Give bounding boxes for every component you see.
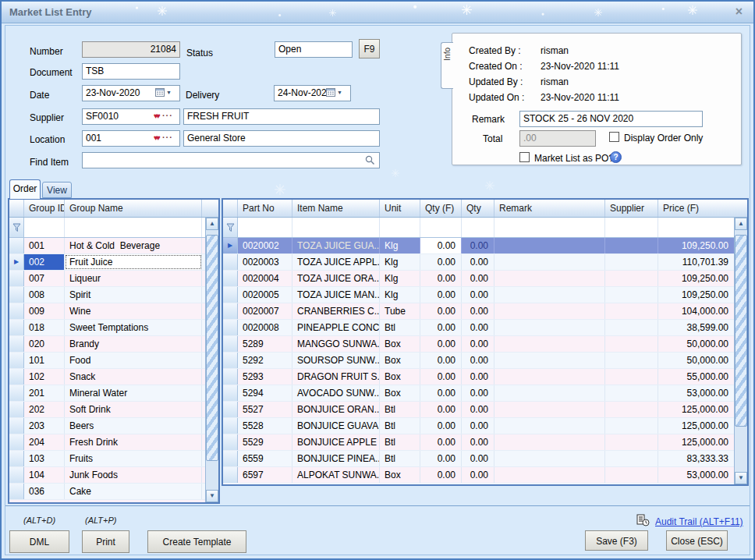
price-f-cell[interactable]: 53,000.00 — [658, 385, 734, 401]
price-f-cell[interactable]: 50,000.00 — [658, 336, 734, 352]
filter-cell[interactable] — [420, 218, 462, 237]
group-filter-row[interactable] — [9, 218, 205, 238]
qty-f-cell[interactable]: 0.00 — [420, 451, 462, 466]
lookup-ellipsis-button[interactable]: ··· — [162, 111, 173, 120]
remark-cell[interactable] — [494, 467, 605, 483]
supplier-cell[interactable] — [605, 303, 658, 319]
item-name-cell[interactable]: MANGGO SUNWA... — [292, 336, 380, 352]
supplier-cell[interactable] — [605, 467, 658, 483]
remark-cell[interactable] — [494, 238, 605, 253]
part-no-cell[interactable]: 6559 — [238, 451, 292, 466]
price-f-cell[interactable]: 109,250.00 — [658, 271, 734, 286]
group-id-cell[interactable]: 101 — [24, 353, 65, 368]
item-row[interactable]: ▶ 6597 ALPOKAT SUNWA... Box 0.00 0.00 53… — [223, 467, 734, 484]
item-filter-row[interactable] — [223, 218, 734, 238]
filter-cell[interactable] — [24, 218, 65, 237]
unit-cell[interactable]: Klg — [380, 254, 420, 270]
group-id-cell[interactable]: 008 — [24, 287, 65, 303]
tab-view[interactable]: View — [42, 182, 72, 198]
part-no-cell[interactable]: 0020003 — [238, 254, 292, 270]
find-item-input[interactable] — [82, 152, 380, 168]
group-row[interactable]: ▶ 102 Snack — [9, 369, 205, 385]
help-icon[interactable]: ? — [610, 151, 622, 163]
unit-cell[interactable]: Box — [380, 369, 420, 385]
qty-cell[interactable]: 0.00 — [462, 385, 494, 401]
scroll-up-arrow-icon[interactable]: ▲ — [206, 218, 218, 230]
group-row[interactable]: ▶ 001 Hot & Cold Beverage — [9, 238, 205, 254]
part-no-cell[interactable]: 0020002 — [238, 238, 292, 253]
remark-cell[interactable] — [494, 336, 605, 352]
group-name-cell[interactable]: Sweet Temptations — [65, 320, 202, 335]
column-header-item-name[interactable]: Item Name — [292, 200, 380, 217]
item-row[interactable]: ▶ 5528 BONJUICE GUAVA... Btl 0.00 0.00 1… — [223, 418, 734, 434]
remark-cell[interactable] — [494, 303, 605, 319]
filter-cell[interactable] — [494, 218, 605, 237]
supplier-cell[interactable] — [605, 369, 658, 385]
unit-cell[interactable]: Box — [380, 467, 420, 483]
unit-cell[interactable]: Btl — [380, 434, 420, 450]
group-row[interactable]: ▶ 104 Junk Foods — [9, 467, 205, 484]
group-id-cell[interactable]: 103 — [24, 451, 65, 466]
remark-cell[interactable] — [494, 434, 605, 450]
remark-cell[interactable] — [494, 271, 605, 286]
qty-f-cell[interactable]: 0.00 — [420, 369, 462, 385]
group-name-cell[interactable]: Liqueur — [65, 271, 202, 286]
item-name-cell[interactable]: BONJUICE APPLE ... — [292, 434, 380, 450]
group-id-cell[interactable]: 009 — [24, 303, 65, 319]
group-name-cell[interactable]: Spirit — [65, 287, 202, 303]
filter-cell[interactable] — [238, 218, 292, 237]
price-f-cell[interactable]: 104,000.00 — [658, 303, 734, 319]
price-f-cell[interactable]: 109,250.00 — [658, 238, 734, 253]
qty-cell[interactable]: 0.00 — [462, 336, 494, 352]
price-f-cell[interactable]: 125,000.00 — [658, 418, 734, 434]
qty-f-cell[interactable]: 0.00 — [420, 353, 462, 368]
qty-f-cell[interactable]: 0.00 — [420, 303, 462, 319]
scroll-up-arrow-icon[interactable]: ▲ — [735, 218, 747, 230]
price-f-cell[interactable]: 109,250.00 — [658, 287, 734, 303]
qty-cell[interactable]: 0.00 — [462, 254, 494, 270]
price-f-cell[interactable]: 38,599.00 — [658, 320, 734, 335]
qty-cell[interactable]: 0.00 — [462, 467, 494, 483]
unit-cell[interactable]: Klg — [380, 271, 420, 286]
unit-cell[interactable]: Box — [380, 336, 420, 352]
group-row[interactable]: ▶ 103 Fruits — [9, 451, 205, 467]
supplier-cell[interactable] — [605, 287, 658, 303]
filter-cell[interactable] — [605, 218, 658, 237]
item-row[interactable]: ▶ 5529 BONJUICE APPLE ... Btl 0.00 0.00 … — [223, 434, 734, 451]
price-f-cell[interactable]: 125,000.00 — [658, 402, 734, 417]
item-name-cell[interactable]: BONJUICE GUAVA... — [292, 418, 380, 434]
scrollbar-thumb[interactable] — [735, 235, 747, 427]
group-id-cell[interactable]: 002 — [24, 254, 65, 270]
item-name-cell[interactable]: TOZA JUICE GUA... — [292, 238, 380, 253]
column-header-part-no[interactable]: Part No — [238, 200, 292, 217]
group-name-cell[interactable]: Junk Foods — [65, 467, 202, 483]
part-no-cell[interactable]: 0020004 — [238, 271, 292, 286]
unit-cell[interactable]: Box — [380, 353, 420, 368]
qty-f-cell[interactable]: 0.00 — [420, 434, 462, 450]
group-row[interactable]: ▶ 036 Cake — [9, 484, 205, 500]
group-name-cell[interactable]: Fruit Juice — [65, 254, 202, 270]
filter-cell[interactable] — [462, 218, 494, 237]
unit-cell[interactable]: Klg — [380, 287, 420, 303]
group-id-cell[interactable]: 020 — [24, 336, 65, 352]
item-row[interactable]: ▶ 5294 AVOCADO SUNW... Box 0.00 0.00 53,… — [223, 385, 734, 402]
item-row[interactable]: ▶ 0020003 TOZA JUICE APPL... Klg 0.00 0.… — [223, 254, 734, 271]
item-name-cell[interactable]: AVOCADO SUNW... — [292, 385, 380, 401]
scroll-down-arrow-icon[interactable]: ▼ — [735, 472, 747, 484]
part-no-cell[interactable]: 5527 — [238, 402, 292, 417]
group-row[interactable]: ▶ 007 Liqueur — [9, 271, 205, 287]
unit-cell[interactable]: Btl — [380, 402, 420, 417]
title-bar[interactable]: Market List Entry × — [2, 2, 753, 23]
close-button[interactable]: Close (ESC) — [666, 530, 728, 551]
qty-cell[interactable]: 0.00 — [462, 353, 494, 368]
supplier-cell[interactable] — [605, 254, 658, 270]
item-name-cell[interactable]: CRANBERRIES C... — [292, 303, 380, 319]
part-no-cell[interactable]: 0020007 — [238, 303, 292, 319]
remark-cell[interactable] — [494, 451, 605, 466]
part-no-cell[interactable]: 5293 — [238, 369, 292, 385]
part-no-cell[interactable]: 5528 — [238, 418, 292, 434]
supplier-cell[interactable] — [605, 451, 658, 466]
unit-cell[interactable]: Btl — [380, 451, 420, 466]
group-name-cell[interactable]: Hot & Cold Beverage — [65, 238, 202, 253]
filter-cell[interactable] — [380, 218, 420, 237]
